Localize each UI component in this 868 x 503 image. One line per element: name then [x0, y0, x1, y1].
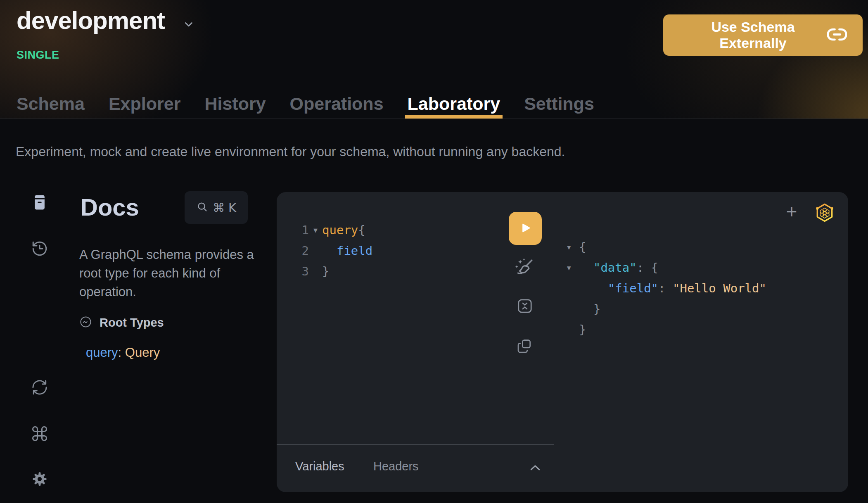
fold-arrow-icon[interactable]: ▾ — [567, 237, 579, 257]
page-tabs: Schema Explorer History Operations Labor… — [17, 88, 594, 119]
settings-gear-icon[interactable] — [31, 470, 49, 488]
docs-description: A GraphQL schema provides a root type fo… — [79, 245, 261, 301]
line-number: 3 — [294, 261, 309, 282]
docs-title: Docs — [81, 193, 139, 221]
environment-badge: SINGLE — [17, 49, 59, 62]
page-header: development SINGLE Use Schema Externally… — [0, 0, 868, 119]
graphiql-panel: 1 ▾ query { 2 field 3 } — [277, 192, 848, 492]
query-line: 2 field — [294, 240, 372, 261]
response-line: } — [567, 319, 766, 340]
project-title: development — [17, 6, 165, 36]
tab-history[interactable]: History — [204, 88, 266, 119]
prettify-button[interactable] — [514, 257, 535, 279]
copy-query-button[interactable] — [516, 337, 534, 355]
response-line: ▾ "data" : { — [567, 257, 766, 278]
prettify-sparkle-brush-icon — [514, 257, 535, 280]
query-line: 1 ▾ query { — [294, 220, 372, 240]
response-line: } — [567, 299, 766, 319]
response-viewer: ▾ { ▾ "data" : { "field" : "Hello World" — [567, 237, 766, 340]
tab-laboratory[interactable]: Laboratory — [408, 88, 500, 119]
editor-footer-divider — [277, 444, 554, 445]
search-shortcut-label: ⌘ K — [213, 201, 236, 215]
tab-operations[interactable]: Operations — [290, 88, 384, 119]
tab-schema[interactable]: Schema — [17, 88, 85, 119]
history-icon[interactable] — [31, 240, 49, 258]
toolbar-divider — [65, 178, 65, 503]
docs-book-icon[interactable] — [31, 193, 49, 211]
copy-icon — [517, 337, 533, 355]
query-editor[interactable]: 1 ▾ query { 2 field 3 } — [294, 220, 372, 282]
root-types-section: Root Types — [79, 316, 164, 330]
fold-arrow-icon[interactable]: ▾ — [309, 220, 322, 240]
chevron-up-icon[interactable] — [528, 460, 543, 475]
add-tab-button[interactable]: + — [782, 202, 801, 221]
laboratory-page: development SINGLE Use Schema Externally… — [0, 0, 868, 503]
circle-tilde-icon — [79, 316, 92, 330]
root-type-field-link[interactable]: query — [86, 345, 118, 360]
link-icon — [827, 28, 847, 43]
tab-explorer[interactable]: Explorer — [109, 88, 180, 119]
refresh-schema-icon[interactable] — [31, 378, 49, 396]
search-icon — [196, 201, 209, 214]
line-number: 1 — [294, 220, 309, 240]
use-schema-externally-button[interactable]: Use Schema Externally — [663, 14, 863, 56]
docs-search-button[interactable]: ⌘ K — [185, 191, 248, 224]
root-type-entry: query: Query — [86, 345, 160, 360]
page-subtitle: Experiment, mock and create live environ… — [16, 144, 565, 159]
response-line: "field" : "Hello World" — [567, 278, 766, 299]
project-switcher-chevron-down-icon[interactable] — [183, 18, 195, 31]
line-number: 2 — [294, 240, 309, 261]
hive-logo-icon[interactable] — [815, 203, 835, 223]
use-schema-externally-label: Use Schema Externally — [679, 19, 827, 51]
keyboard-shortcuts-icon[interactable] — [31, 425, 49, 443]
tab-headers[interactable]: Headers — [373, 460, 419, 473]
merge-fragments-button[interactable] — [516, 298, 534, 315]
play-icon — [518, 221, 533, 237]
root-type-separator: : — [118, 345, 125, 360]
fold-arrow-icon[interactable]: ▾ — [567, 257, 579, 278]
collapse-merge-icon — [516, 297, 534, 316]
query-line: 3 } — [294, 261, 372, 282]
root-type-type-link[interactable]: Query — [125, 345, 160, 360]
execute-query-button[interactable] — [509, 212, 542, 245]
tab-variables[interactable]: Variables — [295, 460, 344, 473]
response-line: ▾ { — [567, 237, 766, 257]
tab-settings[interactable]: Settings — [524, 88, 594, 119]
root-types-label: Root Types — [100, 316, 164, 330]
